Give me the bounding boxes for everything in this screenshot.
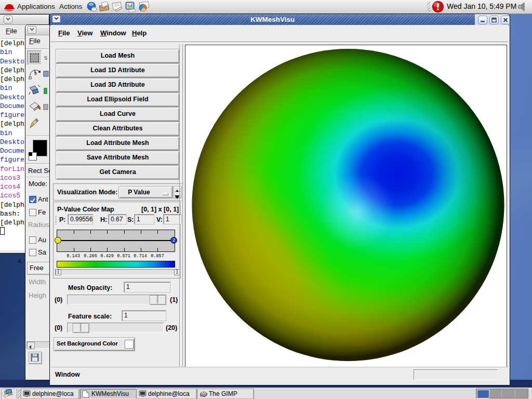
svg-text:s: s — [44, 54, 47, 61]
